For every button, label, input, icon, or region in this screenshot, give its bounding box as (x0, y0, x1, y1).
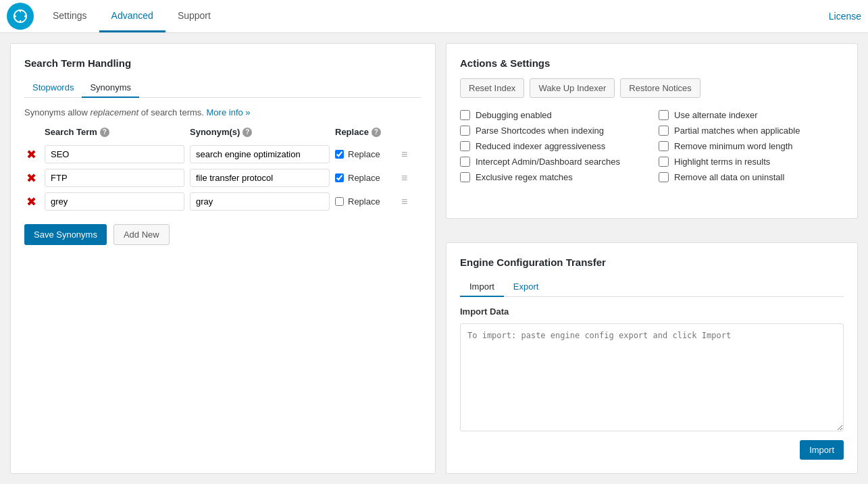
remove-word-length-checkbox[interactable] (659, 141, 669, 151)
config-tab-export[interactable]: Export (504, 277, 548, 297)
settings-grid: Debugging enabled Use alternate indexer … (460, 110, 844, 182)
actions-title: Actions & Settings (460, 57, 844, 69)
remove-all-data-checkbox[interactable] (659, 172, 669, 182)
remove-row-2-button[interactable]: ✖ (24, 171, 38, 185)
use-alternate-label: Use alternate indexer (674, 110, 758, 120)
replace-2-label: Replace (348, 173, 380, 183)
add-new-button[interactable]: Add New (113, 224, 170, 245)
remove-word-length-label: Remove minimum word length (674, 141, 793, 151)
reduced-indexer-checkbox[interactable] (460, 141, 470, 151)
wake-up-indexer-button[interactable]: Wake Up Indexer (530, 78, 615, 98)
debugging-label: Debugging enabled (476, 110, 552, 120)
main-content: Search Term Handling Stopwords Synonyms … (0, 33, 868, 484)
remove-row-3-button[interactable]: ✖ (24, 195, 38, 209)
synonym-1-input[interactable] (190, 145, 330, 163)
setting-parse-shortcodes: Parse Shortcodes when indexing (460, 126, 645, 136)
synonym-row-1: ✖ Replace ≡ (24, 145, 422, 163)
parse-shortcodes-label: Parse Shortcodes when indexing (476, 126, 604, 136)
replace-1-checkbox[interactable] (335, 150, 344, 159)
highlight-terms-label: Highlight terms in results (674, 157, 770, 167)
synonym-3-input[interactable] (190, 192, 330, 211)
more-info-link[interactable]: More info » (207, 107, 251, 117)
replace-3-cell: Replace (335, 196, 396, 207)
nav-tabs: Settings Advanced Support (41, 0, 223, 32)
synonym-row-2: ✖ Replace ≡ (24, 169, 422, 187)
tab-synonyms[interactable]: Synonyms (82, 78, 139, 98)
nav-tab-advanced[interactable]: Advanced (99, 0, 165, 32)
nav-tab-settings[interactable]: Settings (41, 0, 99, 32)
partial-matches-checkbox[interactable] (659, 126, 669, 136)
exclusive-regex-checkbox[interactable] (460, 172, 470, 182)
right-wrapper: Actions & Settings Reset Index Wake Up I… (446, 43, 858, 474)
config-tabs: Import Export (460, 277, 844, 297)
intercept-admin-checkbox[interactable] (460, 157, 470, 167)
restore-notices-button[interactable]: Restore Notices (620, 78, 700, 98)
replace-help-icon[interactable]: ? (372, 128, 381, 137)
right-panel: Actions & Settings Reset Index Wake Up I… (446, 43, 858, 219)
reset-index-button[interactable]: Reset Index (460, 78, 524, 98)
table-header: Search Term ? Synonym(s) ? Replace ? (24, 127, 422, 140)
remove-all-data-label: Remove all data on uninstall (674, 172, 784, 182)
left-panel: Search Term Handling Stopwords Synonyms … (10, 43, 436, 474)
exclusive-regex-label: Exclusive regex matches (476, 172, 573, 182)
action-buttons: Reset Index Wake Up Indexer Restore Noti… (460, 78, 844, 98)
import-textarea[interactable] (460, 323, 844, 431)
intercept-admin-label: Intercept Admin/Dashboard searches (476, 157, 620, 167)
import-actions: Import (460, 440, 844, 460)
synonym-row-3: ✖ Replace ≡ (24, 192, 422, 211)
license-link[interactable]: License (829, 11, 861, 22)
logo (7, 3, 34, 30)
synonym-help-icon[interactable]: ? (242, 128, 252, 137)
remove-row-1-button[interactable]: ✖ (24, 148, 38, 161)
col-replace: Replace ? (335, 127, 396, 137)
replace-3-checkbox[interactable] (335, 197, 344, 206)
search-term-3-input[interactable] (45, 192, 184, 211)
replace-1-label: Replace (348, 149, 380, 159)
engine-config-title: Engine Configuration Transfer (460, 257, 844, 268)
parse-shortcodes-checkbox[interactable] (460, 126, 470, 136)
setting-highlight-terms: Highlight terms in results (659, 157, 844, 167)
save-synonyms-button[interactable]: Save Synonyms (24, 224, 107, 245)
use-alternate-checkbox[interactable] (659, 110, 669, 120)
col-search-term: Search Term ? (45, 127, 184, 137)
replace-1-cell: Replace (335, 149, 396, 159)
nav-tab-support[interactable]: Support (165, 0, 223, 32)
drag-handle-3[interactable]: ≡ (401, 196, 422, 208)
setting-debugging: Debugging enabled (460, 110, 645, 120)
drag-handle-2[interactable]: ≡ (401, 172, 422, 184)
search-term-help-icon[interactable]: ? (100, 128, 109, 137)
setting-remove-word-length: Remove minimum word length (659, 141, 844, 151)
debugging-checkbox[interactable] (460, 110, 470, 120)
reduced-indexer-label: Reduced indexer aggressiveness (476, 141, 605, 151)
left-panel-title: Search Term Handling (24, 57, 422, 69)
engine-config-panel: Engine Configuration Transfer Import Exp… (446, 242, 858, 474)
app-logo-icon (12, 8, 28, 24)
replace-2-checkbox[interactable] (335, 173, 344, 182)
setting-remove-all-data: Remove all data on uninstall (659, 172, 844, 182)
synonym-2-input[interactable] (190, 169, 330, 187)
drag-handle-1[interactable]: ≡ (401, 149, 422, 161)
highlight-terms-checkbox[interactable] (659, 157, 669, 167)
setting-partial-matches: Partial matches when applicable (659, 126, 844, 136)
search-term-2-input[interactable] (45, 169, 184, 187)
search-term-1-input[interactable] (45, 145, 184, 163)
synonyms-note: Synonyms allow replacement of search ter… (24, 107, 422, 117)
replace-2-cell: Replace (335, 173, 396, 183)
import-data-label: Import Data (460, 306, 844, 317)
partial-matches-label: Partial matches when applicable (674, 126, 800, 136)
left-panel-tabs: Stopwords Synonyms (24, 78, 422, 98)
config-tab-import[interactable]: Import (460, 277, 504, 297)
replace-3-label: Replace (348, 196, 380, 207)
note-em: replacement (91, 107, 139, 117)
setting-reduced-indexer: Reduced indexer aggressiveness (460, 141, 645, 151)
import-button[interactable]: Import (800, 440, 844, 460)
col-synonym: Synonym(s) ? (190, 127, 330, 137)
bottom-actions: Save Synonyms Add New (24, 224, 422, 245)
setting-use-alternate: Use alternate indexer (659, 110, 844, 120)
tab-stopwords[interactable]: Stopwords (24, 78, 82, 98)
top-nav: Settings Advanced Support License (0, 0, 868, 33)
setting-intercept-admin: Intercept Admin/Dashboard searches (460, 157, 645, 167)
setting-exclusive-regex: Exclusive regex matches (460, 172, 645, 182)
